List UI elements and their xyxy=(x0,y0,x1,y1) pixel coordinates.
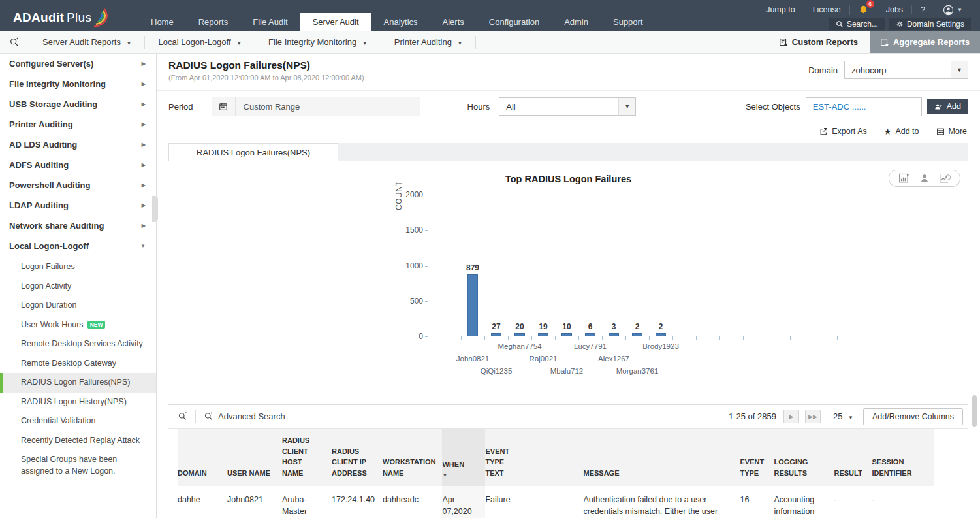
column-header-result[interactable]: RESULT xyxy=(834,429,872,486)
sidebar-item-usb-storage-auditing[interactable]: USB Storage Auditing▶ xyxy=(0,94,156,114)
bar-lucy7791[interactable] xyxy=(585,333,595,336)
table-toolbar: Advanced Search 1-25 of 2859 ▶ ▶▶ 25 ▼ A… xyxy=(168,405,968,429)
sidebar-subitem-label: Logon Failures xyxy=(21,262,75,271)
sidebar-item-adfs-auditing[interactable]: ADFS Auditing▶ xyxy=(0,155,156,175)
menu-file-integrity-monitoring[interactable]: File Integrity Monitoring ▼ xyxy=(255,36,381,49)
sidebar-item-recently-detected-replay-attack[interactable]: Recently Detected Replay Attack xyxy=(0,431,156,451)
nav-configuration[interactable]: Configuration xyxy=(477,13,552,31)
global-search-button[interactable]: Search... xyxy=(829,18,885,30)
sidebar-item-label: Configured Server(s) xyxy=(9,59,93,69)
app-logo[interactable]: ADAudit Plus xyxy=(13,7,110,29)
nav-analytics[interactable]: Analytics xyxy=(371,13,430,31)
last-page-button[interactable]: ▶▶ xyxy=(805,410,821,423)
notifications-button[interactable]: 6 xyxy=(849,5,877,15)
chevron-down-icon: ▼ xyxy=(458,40,463,46)
chart-user-icon[interactable] xyxy=(919,173,930,184)
license-link[interactable]: License xyxy=(804,5,849,14)
account-menu[interactable]: ▼ xyxy=(934,5,971,16)
hours-select[interactable]: All ▼ xyxy=(499,97,636,116)
column-header-event-type[interactable]: EVENT TYPE xyxy=(740,429,774,486)
bar-meghan7754[interactable] xyxy=(514,333,525,336)
sidebar-item-printer-auditing[interactable]: Printer Auditing▶ xyxy=(0,114,156,135)
column-header-user-name[interactable]: USER NAME xyxy=(227,429,282,486)
column-header-workstation-name[interactable]: WORKSTATION NAME xyxy=(383,429,442,486)
advanced-search-button[interactable]: Advanced Search xyxy=(204,412,285,421)
top-header: ADAudit Plus HomeReportsFile AuditServer… xyxy=(0,0,980,31)
domain-settings-button[interactable]: Domain Settings xyxy=(889,18,971,30)
aggregate-reports-button[interactable]: Aggregate Reports xyxy=(870,31,980,53)
bar-qiqi1235[interactable] xyxy=(491,333,501,336)
jump-to-link[interactable]: Jump to xyxy=(757,5,803,14)
nav-home[interactable]: Home xyxy=(138,13,186,31)
sidebar-item-logon-failures[interactable]: Logon Failures xyxy=(0,257,156,277)
sidebar-item-special-groups-have-been-assigned-to-a-new-logon[interactable]: Special Groups have been assigned to a N… xyxy=(0,450,156,481)
report-star-icon xyxy=(779,38,788,47)
add-remove-columns-button[interactable]: Add/Remove Columns xyxy=(863,408,963,425)
column-header-when[interactable]: WHEN▼ xyxy=(442,429,485,486)
table-search-icon[interactable] xyxy=(178,412,187,421)
sidebar-item-credential-validation[interactable]: Credential Validation xyxy=(0,412,156,431)
sidebar-item-file-integrity-monitoring[interactable]: File Integrity Monitoring▶ xyxy=(0,74,156,94)
sidebar-item-radius-logon-history-nps[interactable]: RADIUS Logon History(NPS) xyxy=(0,393,156,412)
sidebar-collapse-handle[interactable] xyxy=(152,196,158,222)
sidebar-item-local-logon-logoff[interactable]: Local Logon-Logoff▼ xyxy=(0,236,156,256)
sidebar-item-powershell-auditing[interactable]: Powershell Auditing▶ xyxy=(0,175,156,195)
sidebar-item-logon-activity[interactable]: Logon Activity xyxy=(0,277,156,297)
report-search-icon[interactable] xyxy=(0,37,29,48)
tab-radius-logon-failures[interactable]: RADIUS Logon Failures(NPS) xyxy=(168,143,338,161)
nav-file-audit[interactable]: File Audit xyxy=(240,13,300,31)
period-picker[interactable]: Custom Range xyxy=(212,97,420,116)
next-page-button[interactable]: ▶ xyxy=(783,410,799,423)
export-as-button[interactable]: Export As xyxy=(819,127,867,136)
bar-morgan3761[interactable] xyxy=(632,333,642,336)
add-objects-button[interactable]: Add xyxy=(927,99,968,114)
custom-reports-button[interactable]: Custom Reports xyxy=(767,36,870,49)
y-tick-label: 500 xyxy=(396,297,423,306)
nav-alerts[interactable]: Alerts xyxy=(430,13,477,31)
sidebar-item-ldap-auditing[interactable]: LDAP Auditing▶ xyxy=(0,195,156,216)
menu-server-audit-reports[interactable]: Server Audit Reports ▼ xyxy=(29,36,144,49)
column-header-radius-client-ip-address[interactable]: RADIUS CLIENT IP ADDRESS xyxy=(332,429,383,486)
column-header-logging-results[interactable]: LOGGING RESULTS xyxy=(774,429,834,486)
more-button[interactable]: More xyxy=(936,127,967,136)
jobs-link[interactable]: Jobs xyxy=(877,5,911,14)
menu-printer-auditing[interactable]: Printer Auditing ▼ xyxy=(381,36,477,49)
select-objects-input[interactable]: EST-ADC ...... xyxy=(806,97,922,116)
chart-type-bar-icon[interactable] xyxy=(898,173,910,184)
column-header-domain[interactable]: DOMAIN xyxy=(178,429,227,486)
nav-server-audit[interactable]: Server Audit xyxy=(300,13,371,31)
aggregate-report-icon xyxy=(880,38,889,47)
menu-local-logon-logoff[interactable]: Local Logon-Logoff ▼ xyxy=(144,36,255,49)
domain-select[interactable]: zohocorp ▼ xyxy=(844,61,968,79)
sidebar-item-remote-desktop-gateway[interactable]: Remote Desktop Gateway xyxy=(0,354,156,374)
vertical-scrollbar[interactable] xyxy=(972,395,977,427)
bar-raj0021[interactable] xyxy=(538,333,548,336)
sidebar-item-logon-duration[interactable]: Logon Duration xyxy=(0,296,156,316)
bar-alex1267[interactable] xyxy=(609,333,619,336)
column-header-message[interactable]: MESSAGE xyxy=(583,429,740,486)
help-button[interactable]: ? xyxy=(911,5,934,14)
chart-type-line-icon[interactable] xyxy=(939,173,951,184)
bar-brody1923[interactable] xyxy=(656,333,666,336)
bar-mbalu712[interactable] xyxy=(561,333,572,336)
column-header-radius-client-host-name[interactable]: RADIUS CLIENT HOST NAME xyxy=(282,429,332,486)
bar-john0821[interactable] xyxy=(467,274,478,336)
gear-icon xyxy=(896,20,904,28)
column-header-event-type-text[interactable]: EVENT TYPE TEXT xyxy=(485,429,583,486)
sidebar-item-remote-desktop-services-activity[interactable]: Remote Desktop Services Activity xyxy=(0,334,156,354)
sidebar-item-radius-logon-failures-nps[interactable]: RADIUS Logon Failures(NPS) xyxy=(0,373,156,393)
page-size-select[interactable]: 25 ▼ xyxy=(833,412,853,421)
nav-admin[interactable]: Admin xyxy=(552,13,601,31)
sidebar-item-user-work-hours[interactable]: User Work HoursNEW xyxy=(0,316,156,335)
nav-support[interactable]: Support xyxy=(601,13,656,31)
nav-reports[interactable]: Reports xyxy=(186,13,241,31)
sidebar-item-ad-lds-auditing[interactable]: AD LDS Auditing▶ xyxy=(0,135,156,155)
sidebar-item-network-share-auditing[interactable]: Network share Auditing▶ xyxy=(0,216,156,236)
sidebar-item-configured-server-s[interactable]: Configured Server(s)▶ xyxy=(0,54,156,74)
add-to-button[interactable]: ★ Add to xyxy=(884,127,919,137)
x-axis-label-alex1267: Alex1267 xyxy=(598,355,629,363)
table-row[interactable]: dahheJohn0821Aruba-Master172.24.1.40dahh… xyxy=(178,486,934,518)
column-header-session-identifier[interactable]: SESSION IDENTIFIER xyxy=(872,429,934,486)
cell-result: - xyxy=(834,486,872,518)
menu-label: Server Audit Reports xyxy=(42,37,123,47)
